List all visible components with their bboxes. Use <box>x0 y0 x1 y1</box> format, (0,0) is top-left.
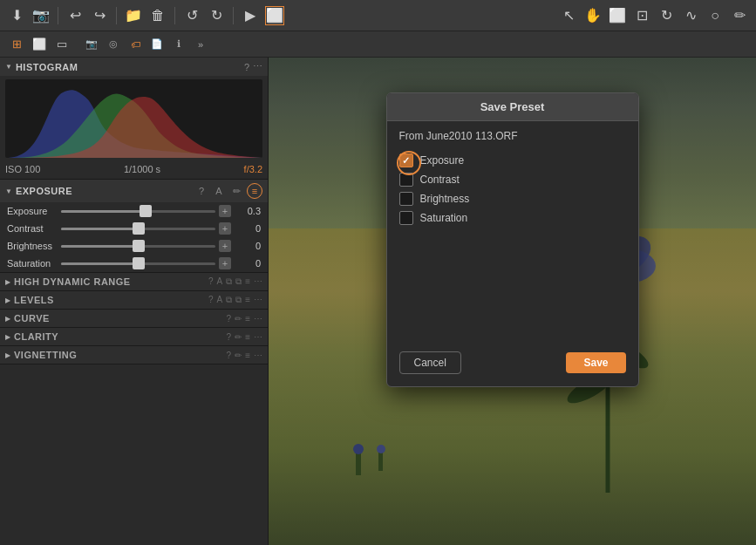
exposure-header[interactable]: ▼ EXPOSURE ? A ✏ ≡ <box>0 180 268 202</box>
exposure-checkbox[interactable] <box>399 153 413 167</box>
rotate-left-icon[interactable]: ↺ <box>182 6 201 25</box>
exposure-help[interactable]: ? <box>194 184 208 198</box>
hdr-menu[interactable]: ≡ <box>245 276 250 287</box>
saturation-track[interactable] <box>61 262 215 265</box>
camera-icon[interactable]: 📷 <box>31 6 51 25</box>
exposure-arrow: ▼ <box>5 187 12 195</box>
iso-value: ISO 100 <box>5 164 40 174</box>
levels-auto[interactable]: A <box>216 295 222 305</box>
saturation-checkbox[interactable] <box>399 211 413 225</box>
contrast-checkbox-label: Contrast <box>420 174 460 186</box>
rotate-right-icon[interactable]: ↻ <box>207 6 226 25</box>
clarity-title: CLARITY <box>14 331 227 342</box>
hdr-auto[interactable]: A <box>216 276 222 287</box>
cancel-button[interactable]: Cancel <box>399 351 461 374</box>
exposure-thumb[interactable] <box>140 205 152 217</box>
clarity-menu[interactable]: ≡ <box>245 332 250 342</box>
levels-help[interactable]: ? <box>208 295 214 305</box>
circle-icon[interactable]: ○ <box>705 6 725 25</box>
curve-arrow: ▶ <box>5 315 10 323</box>
brightness-checkbox[interactable] <box>399 192 413 206</box>
modal-overlay: Save Preset From June2010 113.ORF Exposu… <box>269 58 756 545</box>
hdr-section[interactable]: ▶ HIGH DYNAMIC RANGE ? A ⧉ ⧉ ≡ ⋯ <box>0 273 268 291</box>
brightness-track[interactable] <box>61 245 215 248</box>
hdr-paste[interactable]: ⧉ <box>235 276 242 287</box>
histogram-menu[interactable]: ⋯ <box>253 61 262 72</box>
clarity-edit[interactable]: ✏ <box>235 332 242 342</box>
contrast-fill <box>61 228 139 230</box>
redo-icon[interactable]: ↪ <box>90 6 109 25</box>
brightness-thumb[interactable] <box>133 240 145 252</box>
hdr-more[interactable]: ⋯ <box>254 276 262 287</box>
sep-3 <box>174 7 175 24</box>
exposure-value: 0.3 <box>235 206 261 216</box>
module-icon-4[interactable]: 📄 <box>147 35 167 54</box>
crop-icon[interactable]: ⊡ <box>632 6 651 25</box>
vignetting-section[interactable]: ▶ VIGNETTING ? ✏ ≡ ⋯ <box>0 346 268 364</box>
saturation-plus[interactable]: + <box>219 257 231 269</box>
brightness-label: Brightness <box>7 241 58 251</box>
contrast-checkbox[interactable] <box>399 173 413 187</box>
vignetting-menu[interactable]: ≡ <box>245 351 250 360</box>
filmstrip-icon[interactable]: ▭ <box>52 35 72 54</box>
contrast-plus[interactable]: + <box>219 222 231 235</box>
grid-icon[interactable]: ⊞ <box>7 35 26 54</box>
second-toolbar: ⊞ ⬜ ▭ 📷 ◎ 🏷 📄 ℹ » <box>0 31 756 58</box>
module-icon-2[interactable]: ◎ <box>104 35 123 54</box>
clarity-section[interactable]: ▶ CLARITY ? ✏ ≡ ⋯ <box>0 328 268 346</box>
play-icon[interactable]: ▶ <box>241 6 260 25</box>
hdr-copy[interactable]: ⧉ <box>226 276 232 287</box>
undo-icon[interactable]: ↩ <box>65 6 85 25</box>
hdr-help[interactable]: ? <box>208 276 214 287</box>
exposure-plus[interactable]: + <box>219 205 231 217</box>
modal-body: From June2010 113.ORF Exposure Contrast <box>387 121 638 341</box>
saturation-thumb[interactable] <box>133 257 145 269</box>
histogram-header[interactable]: ▼ HISTOGRAM ? ⋯ <box>0 58 268 76</box>
vignetting-title: VIGNETTING <box>14 350 227 360</box>
levels-copy[interactable]: ⧉ <box>226 295 232 305</box>
pointer-icon[interactable]: ↖ <box>559 6 578 25</box>
single-view-icon[interactable]: ⬜ <box>30 35 49 54</box>
slideshow-icon[interactable]: ⬜ <box>265 6 284 25</box>
rotate-icon[interactable]: ↻ <box>657 6 676 25</box>
levels-title: LEVELS <box>14 295 208 305</box>
hdr-title: HIGH DYNAMIC RANGE <box>14 276 208 287</box>
module-icon-more[interactable]: » <box>191 35 210 54</box>
levels-section[interactable]: ▶ LEVELS ? A ⧉ ⧉ ≡ ⋯ <box>0 291 268 310</box>
contrast-thumb[interactable] <box>133 222 145 235</box>
pen-icon[interactable]: ✏ <box>730 6 749 25</box>
curve-edit[interactable]: ✏ <box>235 314 242 324</box>
exposure-menu-icon[interactable]: ≡ <box>247 183 262 199</box>
clarity-help[interactable]: ? <box>227 332 232 342</box>
levels-more[interactable]: ⋯ <box>254 295 262 305</box>
modal-footer: Cancel Save <box>387 341 638 386</box>
curve-menu[interactable]: ≡ <box>245 314 250 324</box>
curve-section[interactable]: ▶ CURVE ? ✏ ≡ ⋯ <box>0 310 268 328</box>
exposure-auto[interactable]: A <box>212 184 226 198</box>
delete-icon[interactable]: 🗑 <box>148 6 167 25</box>
curve-more[interactable]: ⋯ <box>254 314 262 324</box>
module-icon-3[interactable]: 🏷 <box>126 35 145 54</box>
vignetting-edit[interactable]: ✏ <box>235 351 242 360</box>
module-icon-5[interactable]: ℹ <box>169 35 188 54</box>
vignetting-more[interactable]: ⋯ <box>254 351 262 360</box>
hdr-icons: ? A ⧉ ⧉ ≡ ⋯ <box>208 276 262 287</box>
curves-icon[interactable]: ∿ <box>681 6 700 25</box>
levels-paste[interactable]: ⧉ <box>235 295 242 305</box>
vignetting-help[interactable]: ? <box>227 351 232 360</box>
histogram-info: ISO 100 1/1000 s f/3.2 <box>0 161 268 179</box>
folder-icon[interactable]: 📁 <box>124 6 143 25</box>
histogram-help[interactable]: ? <box>244 62 249 72</box>
curve-help[interactable]: ? <box>227 314 232 324</box>
rect-icon[interactable]: ⬜ <box>608 6 627 25</box>
clarity-more[interactable]: ⋯ <box>254 332 262 342</box>
save-button[interactable]: Save <box>566 352 625 373</box>
hand-icon[interactable]: ✋ <box>583 6 603 25</box>
exposure-track[interactable] <box>61 210 215 213</box>
exposure-edit[interactable]: ✏ <box>229 184 243 198</box>
levels-menu[interactable]: ≡ <box>245 295 250 305</box>
download-icon[interactable]: ⬇ <box>7 6 26 25</box>
contrast-track[interactable] <box>61 228 215 230</box>
brightness-plus[interactable]: + <box>219 240 231 252</box>
module-icon-1[interactable]: 📷 <box>82 35 101 54</box>
